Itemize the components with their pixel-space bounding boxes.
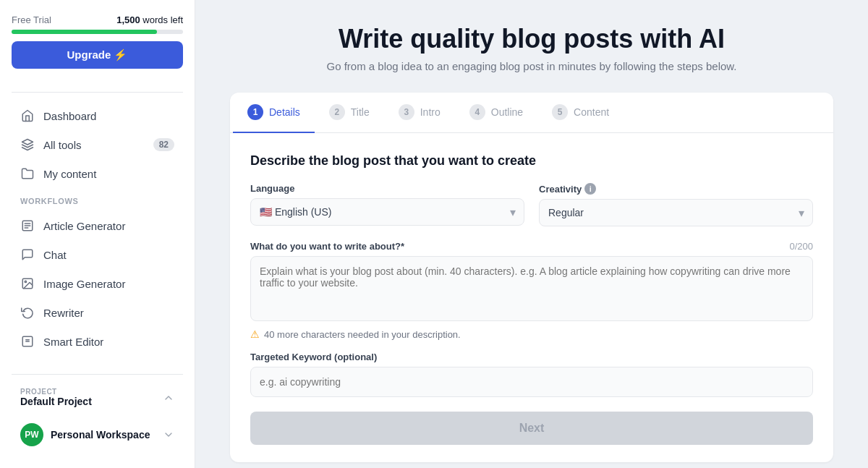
keyword-input[interactable] — [250, 367, 813, 397]
sidebar-item-label: Rewriter — [43, 307, 84, 319]
main-content: Write quality blog posts with AI Go from… — [195, 0, 868, 468]
workflows-section-label: Workflows — [12, 191, 183, 208]
info-icon: i — [584, 183, 596, 195]
tab-label-5: Content — [574, 106, 609, 118]
sidebar-item-chat[interactable]: Chat — [12, 240, 183, 269]
project-name: Default Project — [20, 396, 92, 407]
tab-number-4: 4 — [469, 104, 485, 120]
svg-point-6 — [25, 281, 26, 282]
sidebar-item-dashboard[interactable]: Dashboard — [12, 101, 183, 130]
tab-number-2: 2 — [329, 104, 345, 120]
warning-icon: ⚠ — [250, 328, 260, 340]
upgrade-button[interactable]: Upgrade ⚡ — [12, 41, 183, 69]
language-label: Language — [250, 183, 524, 194]
sidebar-item-rewriter[interactable]: Rewriter — [12, 298, 183, 327]
trial-section: Free Trial 1,500 words left Upgrade ⚡ — [12, 14, 183, 75]
layers-icon — [20, 137, 35, 152]
tab-outline[interactable]: 4 Outline — [455, 93, 537, 133]
tab-number-5: 5 — [552, 104, 568, 120]
main-nav: Dashboard All tools 82 My content — [12, 101, 183, 188]
language-select[interactable]: 🇺🇸 English (US) — [250, 198, 524, 226]
trial-label: Free Trial — [12, 14, 51, 25]
editor-icon — [20, 334, 35, 349]
project-info: PROJECT Default Project — [20, 388, 92, 407]
creativity-group: Creativity i Regular ▾ — [539, 183, 813, 226]
tab-label-1: Details — [269, 106, 300, 118]
sidebar-item-label: Smart Editor — [43, 336, 103, 348]
keyword-label: Targeted Keyword (optional) — [250, 352, 813, 362]
language-select-wrapper: 🇺🇸 English (US) ▾ — [250, 198, 524, 226]
document-icon — [20, 218, 35, 233]
tab-intro[interactable]: 3 Intro — [384, 93, 455, 133]
home-icon — [20, 109, 35, 123]
workspace-avatar: PW — [20, 423, 43, 446]
form-section-title: Describe the blog post that you want to … — [250, 153, 813, 169]
project-section: PROJECT Default Project PW Personal Work… — [12, 374, 183, 454]
warning-row: ⚠ 40 more characters needed in your desc… — [250, 328, 813, 340]
image-icon — [20, 276, 35, 291]
tab-label-4: Outline — [491, 106, 523, 118]
topic-textarea[interactable] — [250, 256, 813, 321]
progress-bar-bg — [12, 30, 183, 34]
creativity-select-wrapper: Regular ▾ — [539, 199, 813, 226]
chevron-down-icon — [163, 429, 174, 441]
language-creativity-row: Language 🇺🇸 English (US) ▾ Creativity i — [250, 183, 813, 226]
project-sublabel: PROJECT — [20, 388, 92, 396]
topic-label: What do you want to write about?* — [250, 241, 404, 252]
all-tools-badge: 82 — [153, 138, 174, 151]
svg-marker-0 — [22, 140, 33, 145]
tab-number-3: 3 — [399, 104, 414, 120]
sidebar-item-label: My content — [43, 168, 96, 180]
form-section: Describe the blog post that you want to … — [230, 133, 833, 462]
main-card: 1 Details 2 Title 3 Intro 4 Outline 5 Co… — [230, 93, 833, 462]
language-group: Language 🇺🇸 English (US) ▾ — [250, 183, 524, 226]
sidebar-item-label: All tools — [43, 139, 82, 151]
sidebar-item-article-generator[interactable]: Article Generator — [12, 211, 183, 240]
chat-icon — [20, 247, 35, 262]
tab-content[interactable]: 5 Content — [537, 93, 624, 133]
divider-1 — [12, 92, 183, 93]
creativity-select[interactable]: Regular — [539, 199, 813, 226]
sidebar-item-label: Article Generator — [43, 220, 125, 232]
step-tabs: 1 Details 2 Title 3 Intro 4 Outline 5 Co… — [230, 93, 833, 133]
sidebar: Free Trial 1,500 words left Upgrade ⚡ Da… — [0, 0, 195, 468]
sidebar-item-label: Image Generator — [43, 278, 125, 290]
folder-icon — [20, 166, 35, 181]
sidebar-item-label: Chat — [43, 249, 67, 261]
sidebar-item-all-tools[interactable]: All tools 82 — [12, 130, 183, 159]
tab-title[interactable]: 2 Title — [315, 93, 384, 133]
next-button[interactable]: Next — [250, 412, 813, 445]
tab-label-3: Intro — [420, 106, 441, 118]
sidebar-item-image-generator[interactable]: Image Generator — [12, 269, 183, 298]
rewriter-icon — [20, 305, 35, 320]
trial-row: Free Trial 1,500 words left — [12, 14, 183, 25]
page-subtitle: Go from a blog idea to an engaging blog … — [230, 60, 833, 72]
char-count-row: What do you want to write about?* 0/200 — [250, 241, 813, 252]
chevron-up-icon — [163, 392, 174, 404]
tab-label-2: Title — [351, 106, 370, 118]
char-count: 0/200 — [789, 241, 813, 252]
workflow-nav: Article Generator Chat Image Generator — [12, 211, 183, 356]
project-selector[interactable]: PROJECT Default Project — [12, 382, 183, 413]
sidebar-item-smart-editor[interactable]: Smart Editor — [12, 327, 183, 356]
trial-words: 1,500 words left — [116, 14, 183, 25]
creativity-label: Creativity i — [539, 183, 813, 195]
progress-bar-fill — [12, 30, 157, 34]
workspace-selector[interactable]: PW Personal Workspace — [12, 416, 183, 454]
tab-number-1: 1 — [247, 104, 263, 120]
tab-details[interactable]: 1 Details — [233, 93, 315, 133]
page-title: Write quality blog posts with AI — [230, 23, 833, 54]
sidebar-item-label: Dashboard — [43, 110, 96, 122]
workspace-name: Personal Workspace — [51, 429, 156, 441]
warning-text: 40 more characters needed in your descri… — [264, 329, 461, 340]
sidebar-item-my-content[interactable]: My content — [12, 159, 183, 188]
